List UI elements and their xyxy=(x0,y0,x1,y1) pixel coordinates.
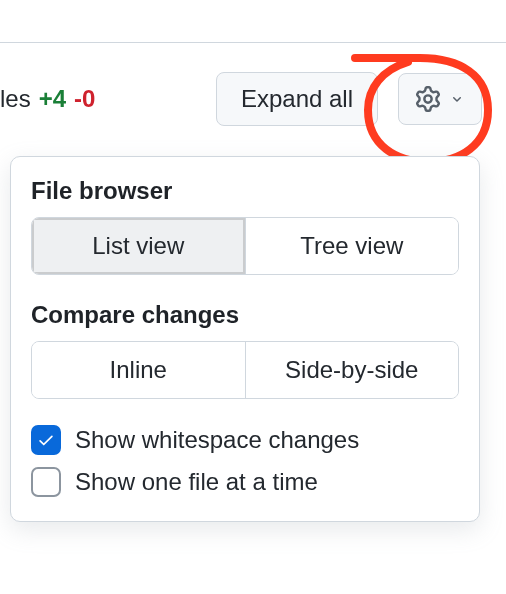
file-browser-heading: File browser xyxy=(31,177,459,205)
expand-all-button[interactable]: Expand all xyxy=(216,72,378,126)
gear-icon xyxy=(415,86,441,112)
one-file-checkbox-row: Show one file at a time xyxy=(31,467,459,497)
toolbar: les +4 -0 Expand all xyxy=(0,72,482,126)
show-whitespace-checkbox[interactable] xyxy=(31,425,61,455)
whitespace-checkbox-row: Show whitespace changes xyxy=(31,425,459,455)
top-divider xyxy=(0,42,506,43)
expand-all-label: Expand all xyxy=(241,85,353,113)
tree-view-option[interactable]: Tree view xyxy=(245,218,459,274)
side-by-side-option[interactable]: Side-by-side xyxy=(245,342,459,398)
compare-changes-heading: Compare changes xyxy=(31,301,459,329)
list-view-option[interactable]: List view xyxy=(32,218,245,274)
compare-changes-segmented-control: Inline Side-by-side xyxy=(31,341,459,399)
show-one-file-label: Show one file at a time xyxy=(75,468,318,496)
chevron-down-icon xyxy=(449,91,465,107)
show-one-file-checkbox[interactable] xyxy=(31,467,61,497)
settings-dropdown-button[interactable] xyxy=(398,73,482,125)
check-icon xyxy=(37,431,55,449)
additions-count: +4 xyxy=(39,85,66,113)
inline-option[interactable]: Inline xyxy=(32,342,245,398)
file-browser-segmented-control: List view Tree view xyxy=(31,217,459,275)
settings-dropdown-panel: File browser List view Tree view Compare… xyxy=(10,156,480,522)
show-whitespace-label: Show whitespace changes xyxy=(75,426,359,454)
files-label-fragment: les xyxy=(0,85,31,113)
deletions-count: -0 xyxy=(74,85,95,113)
diff-stats: les +4 -0 xyxy=(0,85,95,113)
